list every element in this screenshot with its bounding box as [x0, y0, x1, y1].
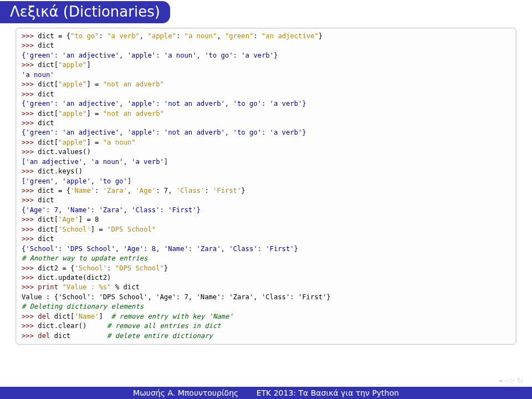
code-text: dict — [38, 235, 54, 243]
comment: # remove all entries in dict — [107, 322, 221, 330]
code-text: dict[ — [38, 80, 58, 88]
code-text: ] = — [86, 139, 103, 146]
code-text: dict.values() — [38, 148, 90, 156]
string-literal: 'First' — [213, 187, 241, 195]
output: {'green': 'an adjective', 'apple': 'not … — [22, 100, 306, 108]
string-literal: "a noun" — [103, 139, 136, 146]
code-text: dict[ — [38, 110, 58, 117]
prompt: >>> — [22, 148, 38, 156]
code-text: , — [140, 32, 148, 40]
prompt: >>> — [22, 226, 38, 233]
code-text: : — [176, 32, 185, 40]
code-text: dict = { — [38, 32, 70, 40]
code-text: ] — [86, 61, 90, 69]
string-literal: 'School' — [58, 226, 91, 233]
output: ['an adjective', 'a noun', 'a verb'] — [22, 158, 168, 166]
code-text: ] = — [86, 80, 103, 88]
footer: Μωυσής Α. Μπουντουρίδης ΕΤΚ 2013: Τα Βασ… — [0, 387, 532, 399]
code-text: : — [204, 187, 213, 195]
keyword: del — [38, 313, 50, 320]
output: {'green': 'an adjective', 'apple': 'a no… — [22, 52, 278, 59]
nav-next-icon[interactable]: ▹ — [510, 376, 514, 385]
prompt: >>> — [22, 139, 38, 146]
prompt: >>> — [22, 119, 38, 127]
code-text: , — [127, 187, 136, 195]
keyword: print — [38, 283, 58, 291]
code-text: } — [319, 32, 323, 40]
string-literal: "apple" — [58, 61, 86, 69]
code-text: % dict — [111, 283, 139, 291]
string-literal: 'School' — [74, 264, 107, 272]
code-text: dict[ — [38, 61, 58, 69]
string-literal: 'Class' — [176, 187, 204, 195]
keyword: del — [38, 332, 50, 340]
footer-title: ΕΤΚ 2013: Τα Βασικά για την Python — [257, 388, 399, 397]
string-literal: "not an adverb" — [103, 80, 164, 88]
code-text: ] = 8 — [79, 216, 99, 223]
string-literal: 'Name' — [74, 313, 99, 320]
nav-prev-icon[interactable]: ◃ — [504, 376, 508, 385]
prompt: >>> — [22, 322, 38, 330]
code-text: dict2 = { — [38, 264, 74, 272]
comment: # Deleting dictionary elements — [22, 303, 144, 310]
code-text: dict[ — [38, 226, 58, 233]
code-text: : — [95, 187, 103, 195]
code-text: dict[ — [50, 313, 74, 320]
code-text: } — [241, 187, 245, 195]
footer-author: Μωυσής Α. Μπουντουρίδης — [133, 388, 238, 397]
output: {'Age': 7, 'Name': 'Zara', 'Class': 'Fir… — [22, 206, 201, 214]
string-literal: "a noun" — [185, 32, 217, 40]
string-literal: "green" — [225, 32, 253, 40]
prompt: >>> — [22, 332, 38, 340]
prompt: >>> — [22, 283, 38, 291]
code-text: : — [253, 32, 262, 40]
comment: # remove entry with key 'Name' — [111, 313, 233, 320]
prompt: >>> — [22, 42, 38, 49]
comment: # delete entire dictionary — [107, 332, 213, 340]
prompt: >>> — [22, 264, 38, 272]
output: {'School': 'DPS School', 'Age': 8, 'Name… — [22, 245, 298, 253]
string-literal: "apple" — [58, 139, 86, 146]
string-literal: "Value : %s" — [62, 283, 111, 291]
code-text: dict — [38, 90, 54, 98]
code-block: >>> dict = {"to go": "a verb", "apple": … — [16, 28, 516, 345]
code-text: dict — [50, 332, 107, 340]
code-text: dict.clear() — [38, 322, 107, 330]
nav-refresh-icon[interactable]: ↻ — [516, 376, 523, 385]
prompt: >>> — [22, 216, 38, 223]
prompt: >>> — [22, 80, 38, 88]
string-literal: "DPS School" — [115, 264, 164, 272]
output: {'green': 'an adjective', 'apple': 'not … — [22, 129, 306, 136]
output: Value : {'School': 'DPS School', 'Age': … — [22, 293, 331, 301]
code-text: ] — [99, 313, 111, 320]
nav-back-icon[interactable]: ◂ — [498, 376, 502, 385]
string-literal: 'Name' — [70, 187, 95, 195]
string-literal: "DPS School" — [107, 226, 156, 233]
code-text: dict — [38, 42, 54, 49]
code-text: : — [107, 264, 115, 272]
prompt: >>> — [22, 110, 38, 117]
code-text: , — [217, 32, 225, 40]
string-literal: 'Zara' — [103, 187, 127, 195]
slide-title: Λεξικά (Dictionaries) — [0, 1, 170, 23]
code-text: : 7, — [156, 187, 176, 195]
prompt: >>> — [22, 32, 38, 40]
string-literal: "a verb" — [107, 32, 140, 40]
code-text: : — [99, 32, 107, 40]
string-literal: "not an adverb" — [103, 110, 164, 117]
string-literal: "apple" — [58, 80, 86, 88]
code-text: dict.keys() — [38, 167, 83, 175]
string-literal: "apple" — [58, 110, 86, 117]
prompt: >>> — [22, 313, 38, 320]
code-text: dict.update(dict2) — [38, 274, 111, 282]
output: ['green', 'apple', 'to go'] — [22, 177, 131, 185]
code-text: } — [164, 264, 168, 272]
code-text: dict = { — [38, 187, 70, 195]
prompt: >>> — [22, 274, 38, 282]
title-text: Λεξικά (Dictionaries) — [10, 3, 160, 20]
code-text: dict[ — [38, 139, 58, 146]
string-literal: "to go" — [70, 32, 99, 40]
prompt: >>> — [22, 90, 38, 98]
comment: # Another way to update entries — [22, 254, 147, 262]
code-text: dict — [38, 196, 54, 204]
